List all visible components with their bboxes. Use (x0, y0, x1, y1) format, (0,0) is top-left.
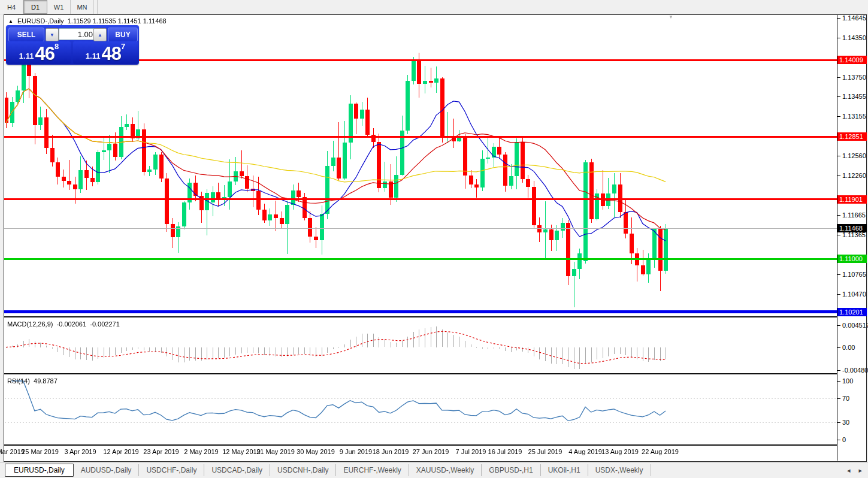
date-label-4-Aug-2019: 4 Aug 2019 (568, 448, 602, 455)
price-tick-1.13155: 1.13155 (842, 113, 866, 120)
buy-button[interactable]: BUY (108, 28, 138, 42)
date-label-22-Aug-2019: 22 Aug 2019 (642, 448, 679, 455)
sell-quote-box[interactable]: 1.11 46 8 (7, 41, 71, 64)
pane-separator-macd[interactable] (4, 316, 837, 317)
price-tick-1.14645: 1.14645 (842, 14, 866, 22)
price-tick-1.12260-dash (837, 176, 840, 176)
price-tick-1.12560: 1.12560 (842, 152, 866, 159)
hline-level-1.11901[interactable] (4, 198, 837, 200)
current-price-line (4, 228, 837, 229)
price-tick-1.11665-dash (837, 215, 840, 216)
date-label-25-Mar-2019: 25 Mar 2019 (22, 448, 59, 455)
price-badge-1.11901: 1.11901 (837, 195, 867, 204)
one-click-trading-panel: SELL ▼ ▲ BUY 1.11 46 8 1.11 48 7 (6, 25, 139, 65)
price-badge-1.14009: 1.14009 (837, 56, 867, 64)
chart-tab-usdx-weekly[interactable]: USDX-,Weekly (588, 464, 651, 476)
chart-title: ▲ EURUSD-,Daily 1.11529 1.11535 1.11451 … (8, 17, 167, 25)
date-label-27-Jun-2019: 27 Jun 2019 (413, 448, 449, 455)
rsi-tick-70: 70 (842, 395, 849, 402)
macd-tick-0.00-dash (837, 347, 840, 348)
trading-terminal: H4D1W1MN ▲ EURUSD-,Daily 1.11529 1.11535… (0, 0, 868, 478)
rsi-tick-0: 0 (842, 436, 846, 443)
date-label-2-May-2019: 2 May 2019 (184, 448, 218, 455)
chart-tab-eurusd-daily[interactable]: EURUSD-,Daily (5, 464, 74, 477)
price-tick-1.14350: 1.14350 (842, 34, 866, 41)
price-tick-1.13455-dash (837, 96, 840, 97)
chart-tab-gbpusd-h1[interactable]: GBPUSD-,H1 (482, 464, 540, 476)
date-label-3-Apr-2019: 3 Apr 2019 (64, 448, 96, 455)
chart-tab-usdcnh-daily[interactable]: USDCNH-,Daily (270, 464, 336, 476)
macd-tick-0.004517-dash (837, 325, 840, 326)
price-tick-1.12260: 1.12260 (842, 172, 866, 179)
chart-symbol-period: EURUSD-,Daily (17, 17, 64, 25)
price-tick-1.10470-dash (837, 294, 840, 295)
price-tick-1.10470: 1.10470 (842, 291, 866, 298)
volume-decrease-button[interactable]: ▼ (46, 28, 59, 41)
date-label-25-Jul-2019: 25 Jul 2019 (528, 448, 562, 455)
timeframe-button-w1[interactable]: W1 (47, 0, 71, 14)
rsi-tick-100: 100 (842, 377, 853, 385)
rsi-tick-70-dash (837, 398, 840, 399)
price-tick-1.10765-dash (837, 274, 840, 275)
date-label-9-Jun-2019: 9 Jun 2019 (340, 448, 372, 455)
macd-indicator-label: MACD(12,26,9) -0.002061 -0.002271 (7, 320, 120, 328)
chevron-down-icon: ▼ (50, 32, 55, 38)
price-chart-canvas[interactable] (4, 15, 837, 461)
chart-tab-usdcad-daily[interactable]: USDCAD-,Daily (204, 464, 270, 476)
price-tick-1.13750: 1.13750 (842, 74, 866, 81)
macd-tick--0.004806-dash (837, 370, 840, 371)
date-label-16-Jul-2019: 16 Jul 2019 (488, 448, 522, 455)
chart-tab-audusd-daily[interactable]: AUDUSD-,Daily (74, 464, 140, 476)
tab-scroll-left-icon[interactable]: ◂ (847, 467, 851, 474)
macd-signal-value: -0.002271 (90, 320, 120, 328)
sell-button[interactable]: SELL (8, 28, 44, 42)
price-tick-1.11665: 1.11665 (842, 211, 866, 219)
date-label-12-Apr-2019: 12 Apr 2019 (103, 448, 138, 455)
timeframe-button-h4[interactable]: H4 (0, 0, 23, 14)
toolbar-separator (94, 0, 98, 14)
sell-price-prefix: 1.11 (19, 50, 34, 63)
chart-tab-eurchf-weekly[interactable]: EURCHF-,Weekly (336, 464, 409, 476)
buy-price-pipette: 7 (121, 43, 125, 50)
price-tick-1.14645-dash (837, 18, 840, 19)
hline-level-1.12851[interactable] (4, 136, 837, 138)
macd-tick--0.004806: -0.004806 (842, 367, 868, 374)
pane-separator-rsi[interactable] (4, 373, 837, 374)
chart-tab-usdchf-daily[interactable]: USDCHF-,Daily (139, 464, 204, 476)
volume-increase-button[interactable]: ▲ (93, 28, 107, 41)
date-label-21-May-2019: 21 May 2019 (256, 448, 295, 455)
chart-ohlc-values: 1.11529 1.11535 1.11451 1.11468 (68, 17, 167, 25)
price-badge-1.11468: 1.11468 (837, 224, 867, 232)
chart-tab-ukoil-h1[interactable]: UKOil-,H1 (541, 464, 588, 476)
tab-scroll-arrows: ◂▸ (847, 467, 862, 474)
rsi-tick-30-dash (837, 422, 840, 423)
hline-level-1.11[interactable] (4, 258, 837, 260)
collapse-arrow-icon[interactable]: ▲ (8, 19, 13, 24)
tab-scroll-right-icon[interactable]: ▸ (858, 467, 862, 474)
macd-tick-0.00: 0.00 (842, 344, 855, 351)
timeframe-button-mn[interactable]: MN (71, 0, 94, 14)
date-label-18-Jun-2019: 18 Jun 2019 (373, 448, 409, 455)
buy-price-main: 48 (101, 44, 120, 63)
date-label-15-Mar-2019: 15 Mar 2019 (0, 448, 25, 455)
price-badge-1.12851: 1.12851 (837, 132, 867, 141)
volume-input[interactable] (59, 28, 96, 40)
price-tick-1.11365-dash (837, 235, 840, 235)
chart-shift-marker-icon[interactable]: ▼ (669, 14, 673, 20)
price-tick-1.14350-dash (837, 38, 840, 38)
timeframe-toolbar: H4D1W1MN (0, 0, 868, 14)
timeframe-button-d1[interactable]: D1 (23, 0, 47, 14)
date-label-7-Jul-2019: 7 Jul 2019 (456, 448, 486, 455)
hline-level-1.10201[interactable] (4, 310, 837, 313)
buy-quote-box[interactable]: 1.11 48 7 (73, 41, 138, 64)
price-tick-1.13155-dash (837, 116, 840, 117)
rsi-tick-30: 30 (842, 419, 849, 426)
date-label-13-Aug-2019: 13 Aug 2019 (601, 448, 639, 455)
rsi-name: RSI(14) (7, 377, 30, 385)
macd-tick-0.004517: 0.004517 (842, 322, 868, 329)
trade-panel-top-row: SELL ▼ ▲ BUY (6, 27, 139, 41)
rsi-tick-100-dash (837, 381, 840, 382)
price-badge-1.10201: 1.10201 (837, 308, 867, 316)
chart-tab-xauusd-weekly[interactable]: XAUUSD-,Weekly (409, 464, 482, 476)
price-badge-1.11000: 1.11000 (837, 255, 867, 263)
